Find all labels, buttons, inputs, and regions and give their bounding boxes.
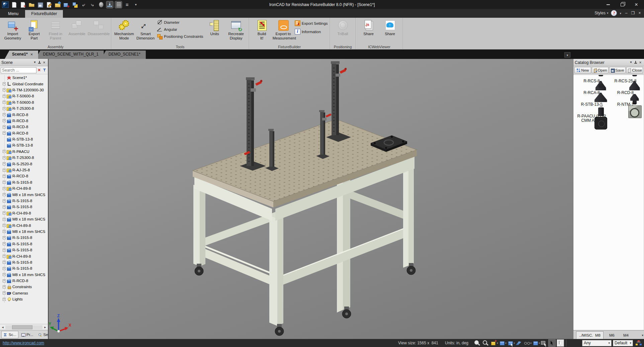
expand-toggle-icon[interactable]	[3, 205, 6, 208]
tree-item[interactable]: R-S-1915-8	[0, 265, 48, 271]
ribbon-button[interactable]: Disassemble	[88, 18, 109, 40]
ribbon-button[interactable]: Share	[358, 18, 379, 36]
scrollbar-track[interactable]	[5, 325, 42, 329]
mdi-restore-icon[interactable]: ❐	[631, 11, 635, 15]
expand-toggle-icon[interactable]	[3, 193, 6, 196]
tree-item[interactable]: R-S-1915-8	[0, 198, 48, 204]
qat-more-icon[interactable]	[132, 1, 139, 8]
catalog-toolbar-button[interactable]: Open	[592, 67, 609, 73]
tab-close-icon[interactable]	[30, 52, 33, 59]
ribbon-small-button[interactable]: Angular	[157, 26, 203, 32]
display-list-icon[interactable]	[115, 1, 122, 8]
ribbon-button[interactable]: Export to Measurement	[273, 18, 294, 40]
ribbon-button[interactable]: Units	[204, 18, 225, 40]
tree-item[interactable]: R-T-25300-8	[0, 155, 48, 161]
tree-item[interactable]: Lights	[0, 296, 48, 302]
expand-toggle-icon[interactable]	[3, 230, 6, 233]
expand-toggle-icon[interactable]	[3, 101, 6, 104]
tree-item[interactable]: R-T-50600-8	[0, 99, 48, 105]
tree-item[interactable]: R-PAACU	[0, 149, 48, 155]
tree-item[interactable]: R-STB-13-8	[0, 142, 48, 148]
tree-item[interactable]: R-S-2520-8	[0, 161, 48, 167]
expand-toggle-icon[interactable]	[3, 156, 6, 159]
copy-blocks-icon[interactable]	[72, 1, 78, 8]
catalog-tab[interactable]: ../MISC. M8	[576, 331, 604, 339]
catalog-toolbar-button[interactable]: Close	[626, 67, 643, 73]
dropdown-chevron-icon[interactable]	[539, 342, 540, 345]
pin-icon[interactable]	[37, 60, 42, 65]
catalog-item[interactable]: R-RCS-8	[575, 79, 609, 83]
render-style-dropdown[interactable]: Default	[613, 340, 633, 346]
tab-overflow-chevron[interactable]	[564, 52, 570, 58]
tree-item[interactable]: R-T-50600-8	[0, 93, 48, 99]
expand-toggle-icon[interactable]	[3, 125, 6, 128]
undo-icon[interactable]	[80, 1, 87, 8]
ribbon-small-button[interactable]: Positioning Constraints	[157, 33, 203, 39]
catalog-tab[interactable]: M6	[606, 331, 618, 339]
catalog-tabs-more-icon[interactable]	[642, 334, 643, 337]
close-button[interactable]	[630, 1, 643, 8]
dropdown-chevron-icon[interactable]	[497, 342, 498, 345]
expand-toggle-icon[interactable]	[3, 88, 6, 91]
realistic-render-icon[interactable]	[524, 340, 530, 346]
tree-item[interactable]: R-S-1915-8	[0, 259, 48, 265]
ribbon-small-button[interactable]: Diameter	[157, 19, 203, 25]
tree-item[interactable]: Cameras	[0, 290, 48, 296]
tree-item[interactable]: M8 x 18 mm SHCS	[0, 191, 48, 197]
expand-toggle-icon[interactable]	[3, 298, 6, 301]
expand-toggle-icon[interactable]	[3, 261, 6, 264]
expand-toggle-icon[interactable]	[3, 199, 6, 202]
expand-toggle-icon[interactable]	[3, 187, 6, 190]
expand-toggle-icon[interactable]	[3, 107, 6, 110]
viewport-3d[interactable]: Z Y X	[49, 59, 573, 339]
tree-item[interactable]: M8 x 18 mm SHCS	[0, 229, 48, 235]
expand-toggle-icon[interactable]	[3, 218, 6, 221]
mdi-minimize-icon[interactable]: –	[624, 11, 629, 15]
document-tab[interactable]: Scene1*	[5, 51, 38, 59]
new-document-icon[interactable]	[11, 1, 17, 8]
help-icon[interactable]: ?	[611, 10, 617, 16]
tree-item[interactable]: R-TM-1200900-30	[0, 87, 48, 93]
ribbon-button[interactable]: Build It!	[251, 18, 273, 40]
select-tool-icon[interactable]	[549, 340, 555, 346]
expand-toggle-icon[interactable]	[3, 291, 6, 294]
ribbon-button[interactable]: Share	[379, 18, 401, 36]
tree-item[interactable]: Scene1*	[0, 75, 48, 81]
tree-item[interactable]: R-RCD-8	[0, 278, 48, 284]
clear-search-icon[interactable]	[36, 68, 42, 73]
expand-toggle-icon[interactable]	[3, 236, 6, 239]
tree-item[interactable]: R-RCD-8	[0, 111, 48, 117]
expand-toggle-icon[interactable]	[3, 255, 6, 258]
save-icon[interactable]	[37, 1, 43, 8]
expand-toggle-icon[interactable]	[3, 119, 6, 122]
ribbon-button[interactable]: Mechanism Mode	[113, 18, 135, 40]
expand-toggle-icon[interactable]	[3, 249, 6, 252]
menu-list-icon[interactable]	[124, 1, 130, 8]
mdi-close-icon[interactable]: ×	[637, 11, 642, 15]
ironcad-link[interactable]: http://www.ironcad.com	[3, 341, 44, 345]
ribbon-button[interactable]: TriBall	[332, 18, 354, 36]
ribbon-button[interactable]: Smart Dimension	[135, 18, 156, 40]
tree-item[interactable]: R-S-1915-8	[0, 179, 48, 185]
catalog-item[interactable]: R-NTM-1	[609, 102, 642, 107]
tree-item[interactable]: Global Coordinate	[0, 81, 48, 87]
tree-item[interactable]: R-RCD-8	[0, 118, 48, 124]
chevron-down-icon[interactable]	[32, 60, 37, 65]
ribbon-tab[interactable]: Menu	[2, 10, 24, 18]
network-structure-icon[interactable]	[635, 340, 642, 346]
expand-toggle-icon[interactable]	[3, 267, 6, 270]
select-feature-icon[interactable]	[540, 340, 547, 346]
expand-toggle-icon[interactable]	[3, 285, 6, 288]
expand-toggle-icon[interactable]	[3, 181, 6, 184]
catalog-toolbar-button[interactable]: New	[574, 67, 591, 73]
close-icon[interactable]	[638, 60, 643, 65]
expand-toggle-icon[interactable]	[3, 82, 6, 85]
ribbon-button[interactable]: Recreate Display	[225, 18, 247, 40]
tree-item[interactable]: R-RCD-8	[0, 124, 48, 130]
expand-toggle-icon[interactable]	[3, 150, 6, 153]
expand-toggle-icon[interactable]	[3, 169, 6, 172]
tree-item[interactable]: R-AJ-25-8	[0, 167, 48, 173]
expand-toggle-icon[interactable]	[3, 273, 6, 276]
expand-toggle-icon[interactable]	[3, 113, 6, 116]
catalog-toolbar-button[interactable]: Save	[609, 67, 626, 73]
